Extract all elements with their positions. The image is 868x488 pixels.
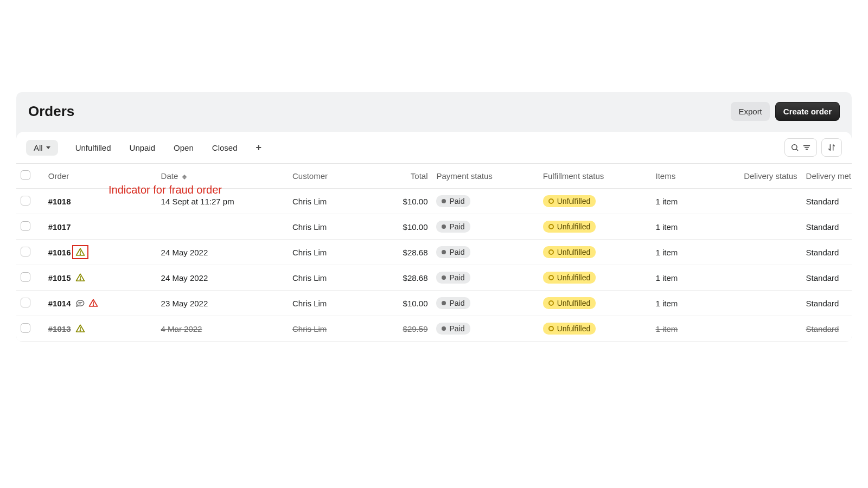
col-total[interactable]: Total <box>369 164 432 189</box>
table-row[interactable]: #101524 May 2022Chris Lim$28.68PaidUnful… <box>16 265 852 291</box>
fulfillment-status-badge: Unfulfilled <box>543 246 596 258</box>
payment-status-badge: Paid <box>436 246 470 258</box>
cell-customer: Chris Lim <box>288 189 369 214</box>
fulfillment-status-badge: Unfulfilled <box>543 297 596 309</box>
status-dot-icon <box>442 250 446 254</box>
cell-date: 24 May 2022 <box>157 265 288 291</box>
col-fulfillment[interactable]: Fulfillment status <box>539 164 652 189</box>
order-number: #1013 <box>48 324 71 333</box>
row-indicators <box>75 247 103 257</box>
svg-point-12 <box>93 305 93 305</box>
export-button[interactable]: Export <box>731 102 769 121</box>
cell-delivery-status <box>720 316 802 342</box>
cell-delivery-status <box>720 265 802 291</box>
tab-all-label: All <box>34 143 43 152</box>
cell-customer: Chris Lim <box>288 214 369 240</box>
cell-total: $10.00 <box>369 214 432 240</box>
page-title: Orders <box>28 103 74 120</box>
warning-icon <box>88 298 98 308</box>
fulfillment-status-badge: Unfulfilled <box>543 323 596 335</box>
cell-total: $10.00 <box>369 189 432 214</box>
svg-line-1 <box>796 149 798 151</box>
add-view-button[interactable]: + <box>255 139 263 157</box>
sort-indicator-icon <box>182 175 187 179</box>
svg-point-14 <box>80 330 80 331</box>
annotation-fraud-label: Indicator for fraud order <box>108 184 222 196</box>
cell-total: $10.00 <box>369 291 432 316</box>
fulfillment-status-badge: Unfulfilled <box>543 195 596 207</box>
select-all-checkbox[interactable] <box>21 170 30 180</box>
cell-items: 1 item <box>652 291 720 316</box>
sort-button[interactable] <box>821 138 842 157</box>
col-delivery-method[interactable]: Delivery method <box>802 164 852 189</box>
fulfillment-status-badge: Unfulfilled <box>543 272 596 284</box>
col-delivery-status[interactable]: Delivery status <box>720 164 802 189</box>
cell-customer: Chris Lim <box>288 265 369 291</box>
fulfillment-status-badge: Unfulfilled <box>543 221 596 233</box>
cell-customer: Chris Lim <box>288 240 369 265</box>
table-row[interactable]: #101624 May 2022Chris Lim$28.68PaidUnful… <box>16 240 852 265</box>
cell-date: 23 May 2022 <box>157 291 288 316</box>
cell-delivery-method: Standard <box>802 240 852 265</box>
cell-delivery-status <box>720 214 802 240</box>
cell-total: $28.68 <box>369 265 432 291</box>
cell-customer: Chris Lim <box>288 316 369 342</box>
order-number: #1014 <box>48 299 71 308</box>
order-number: #1015 <box>48 273 71 282</box>
table-row[interactable]: #10134 Mar 2022Chris Lim$29.59PaidUnfulf… <box>16 316 852 342</box>
col-customer[interactable]: Customer <box>288 164 369 189</box>
row-checkbox[interactable] <box>21 247 30 256</box>
tab-open[interactable]: Open <box>173 140 195 156</box>
payment-status-badge: Paid <box>436 272 470 284</box>
cell-items: 1 item <box>652 214 720 240</box>
row-checkbox[interactable] <box>21 196 30 206</box>
warning-icon <box>75 324 85 333</box>
create-order-button[interactable]: Create order <box>775 102 840 121</box>
order-number: #1017 <box>48 222 71 232</box>
chat-icon <box>75 298 85 308</box>
cell-total: $28.68 <box>369 240 432 265</box>
filter-icon <box>802 143 811 152</box>
cell-delivery-status <box>720 240 802 265</box>
row-checkbox[interactable] <box>21 323 30 333</box>
svg-point-0 <box>792 145 797 150</box>
order-number: #1016 <box>48 248 71 257</box>
cell-total: $29.59 <box>369 316 432 342</box>
cell-date: 24 May 2022 <box>157 240 288 265</box>
cell-delivery-status <box>720 291 802 316</box>
cell-delivery-method: Standard <box>802 265 852 291</box>
status-ring-icon <box>548 224 554 229</box>
tab-unfulfilled[interactable]: Unfulfilled <box>74 140 112 156</box>
row-checkbox[interactable] <box>21 272 30 282</box>
sort-icon <box>827 143 836 152</box>
status-dot-icon <box>442 199 446 203</box>
cell-delivery-method: Standard <box>802 316 852 342</box>
status-ring-icon <box>548 198 554 204</box>
tab-closed[interactable]: Closed <box>211 140 239 156</box>
cell-customer: Chris Lim <box>288 291 369 316</box>
row-indicators <box>75 273 103 282</box>
status-ring-icon <box>548 249 554 255</box>
cell-delivery-status <box>720 189 802 214</box>
tab-unpaid[interactable]: Unpaid <box>129 140 157 156</box>
col-payment[interactable]: Payment status <box>432 164 538 189</box>
cell-items: 1 item <box>652 265 720 291</box>
row-checkbox[interactable] <box>21 298 30 307</box>
orders-panel: Orders Export Create order All Unfulfill… <box>16 92 852 342</box>
chevron-down-icon <box>46 146 50 149</box>
cell-items: 1 item <box>652 240 720 265</box>
row-checkbox[interactable] <box>21 221 30 231</box>
table-row[interactable]: #1017Chris Lim$10.00PaidUnfulfilled1 ite… <box>16 214 852 240</box>
search-filter-button[interactable] <box>784 138 817 157</box>
status-ring-icon <box>548 326 554 331</box>
payment-status-badge: Paid <box>436 297 470 309</box>
row-indicators <box>75 324 103 333</box>
cell-date: 4 Mar 2022 <box>157 316 288 342</box>
cell-items: 1 item <box>652 189 720 214</box>
status-ring-icon <box>548 300 554 306</box>
order-number: #1018 <box>48 197 71 206</box>
col-items[interactable]: Items <box>652 164 720 189</box>
tab-all[interactable]: All <box>26 140 58 156</box>
cell-delivery-method: Standard <box>802 214 852 240</box>
table-row[interactable]: #101423 May 2022Chris Lim$10.00PaidUnful… <box>16 291 852 316</box>
